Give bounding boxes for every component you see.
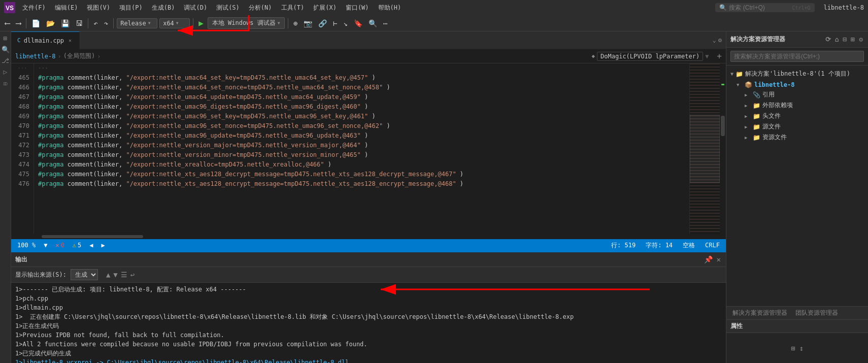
source-files-node[interactable]: ▶ 📁 源文件 [726, 121, 868, 132]
chevron-icon: ⌄ [713, 37, 716, 44]
project-label: libnettle-8 [754, 81, 794, 88]
activity-scm-icon[interactable]: ⎇ [1, 56, 10, 65]
code-lines[interactable]: ··· #pragma comment(linker, "/export:net… [34, 63, 689, 234]
header-files-node[interactable]: ▶ 📁 头文件 [726, 111, 868, 121]
code-line-471: #pragma comment(linker, "/export:nettle_… [38, 131, 685, 141]
menu-edit[interactable]: 编辑(E) [51, 2, 82, 14]
activity-debug-icon[interactable]: ▷ [1, 67, 10, 76]
activity-explorer-icon[interactable]: ⊞ [1, 34, 10, 43]
settings-icon[interactable]: ⚙ [858, 35, 864, 44]
code-line-474: #pragma comment(linker, "/export:nettle_… [38, 160, 685, 170]
debug-target-dropdown[interactable]: 本地 Windows 调试器 ▼ [208, 17, 285, 29]
solution-explorer-tab[interactable]: 解决方案资源管理器 [730, 308, 789, 318]
output-down-button[interactable]: ▼ [113, 271, 117, 279]
run-button[interactable]: ▶ [196, 17, 206, 29]
menu-test[interactable]: 测试(S) [212, 2, 244, 14]
chevron-down-icon-2: ▼ [176, 21, 179, 25]
function-dropdown[interactable]: DoMagic(LPVOID lpParameter) [597, 52, 703, 61]
external-deps-node[interactable]: ▶ 📁 外部依赖项 [726, 100, 868, 111]
references-node[interactable]: ▶ 📎 引用 [726, 89, 868, 100]
zoom-dropdown-icon[interactable]: ▼ [42, 242, 49, 249]
menu-extensions[interactable]: 扩展(X) [309, 2, 341, 14]
activity-search-icon[interactable]: 🔍 [1, 45, 10, 54]
output-content[interactable]: 1>------- 已启动生成: 项目: libnettle-8, 配置: Re… [11, 283, 726, 363]
output-pin-button[interactable]: 📌 [703, 254, 714, 265]
vertical-scrollbar[interactable] [720, 63, 726, 234]
redo-button[interactable]: ↷ [102, 18, 110, 28]
resource-files-node[interactable]: ▶ 📁 资源文件 [726, 132, 868, 143]
zoom-level[interactable]: 100 % [15, 242, 38, 249]
back-button[interactable]: ⟵ [3, 17, 12, 29]
output-wrap-button[interactable]: ↩ [130, 271, 135, 279]
scrollbar-thumb[interactable] [721, 116, 725, 136]
warning-count[interactable]: ⚠ 5 [71, 242, 83, 249]
add-split-icon[interactable]: + [717, 51, 722, 61]
platform-dropdown[interactable]: x64 ▼ [159, 18, 190, 28]
gear-icon: ⚙ [718, 37, 722, 44]
line-col[interactable]: 行: 519 [609, 241, 638, 250]
menu-view[interactable]: 视图(V) [83, 2, 114, 14]
save-all-button[interactable]: 🖫 [74, 18, 85, 28]
line-num-476: 476 [15, 179, 29, 189]
breakpoint-button[interactable]: ⊕ [291, 18, 299, 28]
menu-debug[interactable]: 调试(D) [180, 2, 211, 14]
open-button[interactable]: 📂 [44, 18, 57, 28]
tab-close-button[interactable]: ✕ [67, 37, 73, 44]
nav-forward-btn[interactable]: ▶ [99, 242, 107, 249]
char-count[interactable]: 字符: 14 [644, 241, 675, 250]
build-config-dropdown[interactable]: Release ▼ [117, 18, 157, 28]
line-num-473: 473 [15, 150, 29, 160]
menu-analyze[interactable]: 分析(N) [245, 2, 276, 14]
undo-button[interactable]: ↶ [91, 18, 99, 28]
line-num-extra: ··· [15, 63, 29, 73]
more-buttons[interactable]: ⋯ [381, 18, 389, 28]
code-line-472: #pragma comment(linker, "/export:nettle_… [38, 141, 685, 150]
line-num-467: 467 [15, 92, 29, 102]
property-grid-icon[interactable]: ⊞ [791, 344, 795, 352]
keyboard-shortcut: Ctrl+Q [792, 5, 810, 11]
project-node[interactable]: ▼ 📦 libnettle-8 [726, 80, 868, 89]
output-up-button[interactable]: ▲ [106, 271, 110, 279]
search-input[interactable] [729, 4, 790, 11]
menu-search-box[interactable]: 🔍 Ctrl+Q [715, 3, 814, 12]
attach-button[interactable]: 🔗 [316, 18, 329, 28]
line-num-468: 468 [15, 102, 29, 112]
save-button[interactable]: 💾 [59, 18, 72, 28]
filter-icon[interactable]: ⊟ [842, 35, 848, 44]
tab-settings-icon[interactable]: ⌄ ⚙ [709, 37, 726, 44]
scope-breadcrumb[interactable]: (全局范围) [63, 52, 95, 60]
property-sort-icon[interactable]: ↕ [799, 344, 804, 352]
source-files-arrow: ▶ [745, 124, 751, 129]
project-breadcrumb[interactable]: libnettle-8 [15, 53, 55, 60]
solution-root[interactable]: ▼ 📁 解决方案'libnettle-8'(1 个项目) [726, 68, 868, 80]
step-over-button[interactable]: ⊢ [331, 18, 339, 28]
menu-project[interactable]: 项目(P) [115, 2, 147, 14]
eol-type[interactable]: CRLF [703, 242, 722, 249]
sync-icon[interactable]: ⟳ [824, 35, 832, 44]
menu-tools[interactable]: 工具(T) [277, 2, 309, 14]
tab-dllmain[interactable]: C dllmain.cpp ✕ [11, 31, 80, 49]
find-button[interactable]: 🔍 [366, 18, 379, 28]
step-into-button[interactable]: ↘ [342, 18, 350, 28]
solution-search-input[interactable] [730, 51, 864, 62]
camera-button[interactable]: 📷 [302, 18, 314, 28]
home-icon[interactable]: ⌂ [834, 35, 840, 44]
code-area[interactable]: ··· 465 466 467 468 469 470 471 472 473 … [11, 63, 726, 239]
menu-build[interactable]: 生成(B) [148, 2, 179, 14]
nav-back-btn[interactable]: ◀ [87, 242, 95, 249]
output-clear-button[interactable]: ☰ [121, 271, 127, 279]
output-close-button[interactable]: ✕ [716, 254, 722, 265]
horizontal-scrollbar[interactable] [11, 234, 726, 239]
team-explorer-tab[interactable]: 团队资源管理器 [793, 308, 840, 318]
output-source-select[interactable]: 生成 [71, 269, 98, 280]
forward-button[interactable]: ⟶ [14, 17, 23, 29]
menu-file[interactable]: 文件(F) [18, 2, 50, 14]
menu-help[interactable]: 帮助(H) [374, 2, 406, 14]
new-project-button[interactable]: 📄 [29, 18, 42, 28]
error-count[interactable]: ✕ 0 [53, 242, 66, 249]
menu-window[interactable]: 窗口(W) [342, 2, 373, 14]
activity-extensions-icon[interactable]: ⎄ [1, 78, 10, 87]
indent-type[interactable]: 空格 [681, 241, 697, 250]
bookmark-button[interactable]: 🔖 [352, 18, 364, 28]
collapse-icon[interactable]: ⊞ [850, 35, 856, 44]
